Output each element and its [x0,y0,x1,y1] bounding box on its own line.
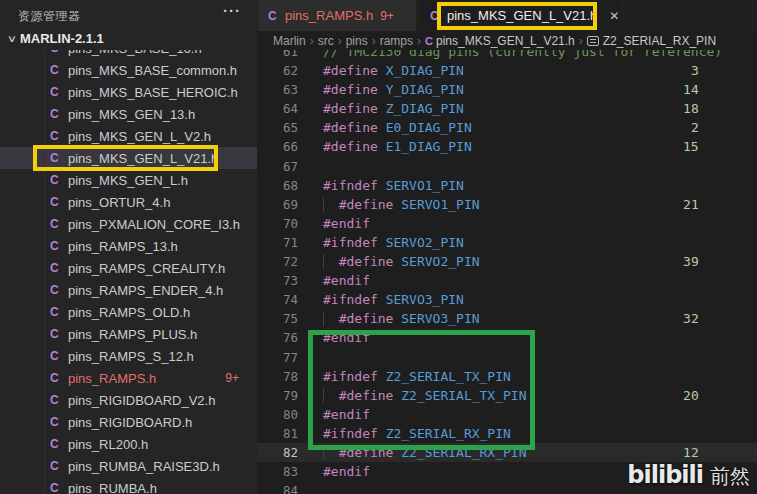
tree-item-pins_MKS_GEN_L.h[interactable]: Cpins_MKS_GEN_L.h [0,169,257,191]
line-number: 72 [257,252,298,271]
tree-item-pins_RAMPS_OLD.h[interactable]: Cpins_RAMPS_OLD.h [0,301,257,323]
code-line-64[interactable]: 64#define Z_DIAG_PIN 18 [257,99,757,118]
tree-item-pins_RAMPS_PLUS.h[interactable]: Cpins_RAMPS_PLUS.h [0,323,257,345]
tree-item-pins_RL200.h[interactable]: Cpins_RL200.h [0,433,257,455]
partial-tree-item[interactable]: C pins_MKS_BASE_16.h [0,50,257,59]
tree-item-pins_RAMPS_CREALITY.h[interactable]: Cpins_RAMPS_CREALITY.h [0,257,257,279]
c-file-icon: C [50,107,62,121]
c-file-icon: C [425,35,433,47]
line-content: #define SERVO2_PIN 39 [298,252,699,271]
code-line-67[interactable]: 67 [257,157,757,176]
tree-item-pins_MKS_BASE_common.h[interactable]: Cpins_MKS_BASE_common.h [0,59,257,81]
line-number: 71 [257,233,298,252]
line-content: #endif [298,328,370,347]
line-content [298,348,323,367]
code-line-75[interactable]: 75 #define SERVO3_PIN 32 [257,309,757,328]
line-content: #define SERVO3_PIN 32 [298,309,699,328]
line-number: 64 [257,99,298,118]
code-line-81[interactable]: 81#ifndef Z2_SERIAL_RX_PIN [257,424,757,443]
breadcrumb-separator: › [417,34,421,48]
tree-item-pins_RAMPS_S_12.h[interactable]: Cpins_RAMPS_S_12.h [0,345,257,367]
file-label: pins_RUMBA_RAISE3D.h [68,459,220,474]
workspace-name: MARLIN-2.1.1 [20,28,104,50]
breadcrumb-folder[interactable]: Marlin [273,34,306,48]
c-file-icon: C [50,173,62,187]
tree-item-pins_MKS_GEN_L_V2.h[interactable]: Cpins_MKS_GEN_L_V2.h [0,125,257,147]
tab-pins-mks-gen-l-v21[interactable]: C pins_MKS_GEN_L_V21.h ✕ [420,0,620,31]
tree-item-pins_RIGIDBOARD.h[interactable]: Cpins_RIGIDBOARD.h [0,411,257,433]
tab-label: pins_RAMPS.h [285,8,373,23]
breadcrumb-folder[interactable]: pins [346,34,368,48]
code-line-73[interactable]: 73#endif [257,271,757,290]
chevron-down-icon: ∨ [1,28,23,50]
file-label: pins_MKS_BASE_common.h [68,63,237,78]
file-label: pins_RAMPS.h [68,371,156,386]
code-line-71[interactable]: 71#ifndef SERVO2_PIN [257,233,757,252]
file-label: pins_RAMPS_S_12.h [68,349,194,364]
code-line-79[interactable]: 79 #define Z2_SERIAL_TX_PIN 20 [257,386,757,405]
file-label: pins_MKS_GEN_L_V2.h [68,129,211,144]
code-line-70[interactable]: 70#endif [257,214,757,233]
file-label: pins_MKS_GEN_L.h [68,173,188,188]
code-line-77[interactable]: 77 [257,348,757,367]
file-label: pins_RUMBA.h [68,481,157,494]
vscode-window: 资源管理器 ··· ∨ MARLIN-2.1.1 C pins_MKS_BASE… [0,0,757,494]
tab-pins-ramps[interactable]: C pins_RAMPS.h 9+ [258,0,416,31]
c-file-icon: C [50,85,62,99]
code-line-66[interactable]: 66#define E1_DIAG_PIN 15 [257,137,757,156]
c-file-icon: C [50,371,62,385]
code-line-72[interactable]: 72 #define SERVO2_PIN 39 [257,252,757,271]
tree-item-pins_RAMPS_ENDER_4.h[interactable]: Cpins_RAMPS_ENDER_4.h [0,279,257,301]
line-number: 74 [257,290,298,309]
code-line-82[interactable]: 82 #define Z2_SERIAL_RX_PIN 12 [257,443,757,462]
code-line-80[interactable]: 80#endif [257,405,757,424]
file-label: pins_RL200.h [68,437,148,452]
tree-item-pins_RUMBA.h[interactable]: Cpins_RUMBA.h [0,477,257,494]
tree-item-pins_MKS_BASE_HEROIC.h[interactable]: Cpins_MKS_BASE_HEROIC.h [0,81,257,103]
line-number: 84 [257,481,298,494]
tree-item-pins_MKS_GEN_13.h[interactable]: Cpins_MKS_GEN_13.h [0,103,257,125]
symbol-constant-icon [587,36,599,46]
tree-item-pins_RIGIDBOARD_V2.h[interactable]: Cpins_RIGIDBOARD_V2.h [0,389,257,411]
tree-section-header[interactable]: ∨ MARLIN-2.1.1 [0,28,257,50]
c-file-icon: C [50,50,62,55]
breadcrumb-symbol[interactable]: Z2_SERIAL_RX_PIN [587,34,716,48]
tree-item-pins_RUMBA_RAISE3D.h[interactable]: Cpins_RUMBA_RAISE3D.h [0,455,257,477]
breadcrumb-folder[interactable]: ramps [380,34,413,48]
file-label: pins_RAMPS_OLD.h [68,305,190,320]
line-content: #define Z_DIAG_PIN 18 [298,99,699,118]
tree-item-pins_MKS_GEN_L_V21.h[interactable]: Cpins_MKS_GEN_L_V21.h [0,147,257,169]
c-file-icon: C [50,305,62,319]
sidebar-header: 资源管理器 ··· [0,0,257,28]
code-line-78[interactable]: 78#ifndef Z2_SERIAL_TX_PIN [257,367,757,386]
line-content: #endif [298,462,370,481]
code-line-65[interactable]: 65#define E0_DIAG_PIN 2 [257,118,757,137]
c-file-icon: C [50,327,62,341]
line-content: #define Z2_SERIAL_TX_PIN 20 [298,386,699,405]
file-label: pins_RIGIDBOARD.h [68,415,192,430]
breadcrumb-file[interactable]: Cpins_MKS_GEN_L_V21.h [425,34,575,48]
c-file-icon: C [50,239,62,253]
breadcrumb-folder[interactable]: src [318,34,334,48]
tree-item-pins_RAMPS_13.h[interactable]: Cpins_RAMPS_13.h [0,235,257,257]
code-line-62[interactable]: 62#define X_DIAG_PIN 3 [257,61,757,80]
code-line-69[interactable]: 69 #define SERVO1_PIN 21 [257,195,757,214]
c-file-icon: C [50,63,62,77]
line-number: 70 [257,214,298,233]
code-line-63[interactable]: 63#define Y_DIAG_PIN 14 [257,80,757,99]
tree-item-pins_PXMALION_CORE_I3.h[interactable]: Cpins_PXMALION_CORE_I3.h [0,213,257,235]
code-line-68[interactable]: 68#ifndef SERVO1_PIN [257,176,757,195]
more-actions-icon[interactable]: ··· [223,2,241,19]
line-content: #define E1_DIAG_PIN 15 [298,137,699,156]
code-editor[interactable]: 61// TMC2130 diag pins (currently just f… [257,31,757,494]
tree-item-pins_ORTUR_4.h[interactable]: Cpins_ORTUR_4.h [0,191,257,213]
code-line-74[interactable]: 74#ifndef SERVO3_PIN [257,290,757,309]
file-label: pins_ORTUR_4.h [68,195,170,210]
close-icon[interactable]: ✕ [609,9,619,23]
problems-badge: 9+ [380,9,394,23]
file-label: pins_RAMPS_PLUS.h [68,327,197,342]
line-number: 66 [257,137,298,156]
tree-item-pins_RAMPS.h[interactable]: Cpins_RAMPS.h9+ [0,367,257,389]
line-content: #define SERVO1_PIN 21 [298,195,699,214]
code-line-76[interactable]: 76#endif [257,328,757,347]
